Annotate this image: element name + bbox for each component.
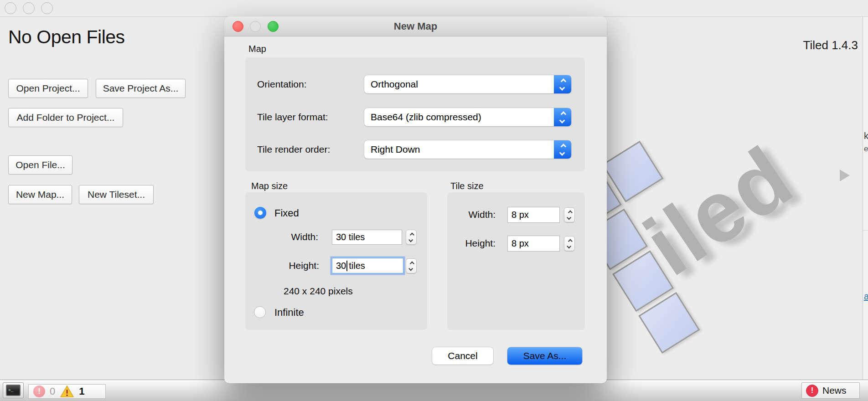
- chevron-up-down-icon[interactable]: [554, 75, 571, 93]
- map-height-input[interactable]: 30 tiles: [332, 258, 403, 273]
- warning-count: 1: [79, 386, 84, 397]
- save-project-as-button[interactable]: Save Project As...: [96, 79, 186, 98]
- window-minimize-button[interactable]: [23, 2, 35, 14]
- tile-render-order-value: Right Down: [364, 144, 554, 155]
- dialog-close-button[interactable]: [232, 21, 243, 32]
- new-tileset-button[interactable]: New Tileset...: [79, 185, 154, 204]
- map-height-unit: tiles: [349, 261, 365, 271]
- map-section-label: Map: [248, 44, 266, 54]
- console-button[interactable]: >_: [3, 382, 24, 398]
- map-size-section-label: Map size: [251, 181, 288, 191]
- add-folder-to-project-button[interactable]: Add Folder to Project...: [8, 108, 123, 127]
- tile-height-stepper[interactable]: [564, 236, 575, 251]
- tile-layer-format-value: Base64 (zlib compressed): [364, 112, 554, 123]
- tile-render-order-label: Tile render order:: [257, 140, 330, 159]
- fixed-radio[interactable]: [254, 207, 266, 219]
- map-pixel-size-text: 240 x 240 pixels: [284, 286, 353, 297]
- tile-layer-format-label: Tile layer format:: [257, 108, 328, 126]
- warning-icon: [60, 385, 74, 398]
- chevron-up-icon: [568, 239, 572, 243]
- chevron-down-icon: [408, 237, 413, 242]
- tiled-app-window: No Open Files Tiled 1.4.3 Open Project..…: [0, 0, 868, 401]
- panel-link-fragment[interactable]: a: [864, 291, 868, 302]
- tile-render-order-select[interactable]: Right Down: [364, 140, 571, 159]
- tile-width-label: Width:: [452, 209, 496, 220]
- chevron-down-icon: [567, 215, 571, 220]
- tile-height-label: Height:: [452, 238, 496, 249]
- text-cursor: [346, 261, 347, 271]
- panel-text-fragment: k: [864, 131, 868, 141]
- new-map-dialog: New Map Map Orientation: Orthogonal Tile…: [224, 16, 607, 383]
- save-as-button[interactable]: Save As...: [507, 347, 582, 365]
- dialog-zoom-button[interactable]: [268, 21, 279, 32]
- fixed-radio-label: Fixed: [274, 207, 299, 219]
- map-width-label: Width:: [268, 231, 318, 242]
- cancel-button[interactable]: Cancel: [432, 347, 493, 365]
- new-map-button[interactable]: New Map...: [8, 185, 72, 204]
- tile-layer-format-select[interactable]: Base64 (zlib compressed): [364, 108, 571, 126]
- tile-size-section-label: Tile size: [450, 181, 484, 191]
- panel-divider: [863, 230, 868, 231]
- watermark-arrow-fragment: [840, 170, 850, 181]
- dialog-titlebar[interactable]: New Map: [224, 16, 607, 36]
- map-height-label: Height:: [268, 260, 319, 271]
- tile-width-value: 8 px: [512, 210, 529, 220]
- infinite-radio[interactable]: [254, 306, 266, 318]
- main-window-titlebar: [0, 0, 868, 17]
- dialog-minimize-button[interactable]: [250, 21, 261, 32]
- chevron-down-icon: [408, 266, 413, 271]
- infinite-radio-label: Infinite: [274, 307, 304, 319]
- map-height-value: 30: [336, 261, 346, 271]
- error-count: 0: [50, 386, 55, 397]
- dialog-title: New Map: [224, 16, 607, 36]
- right-edge-panel: k e a: [863, 17, 868, 380]
- open-file-button[interactable]: Open File...: [8, 155, 72, 175]
- orientation-select[interactable]: Orthogonal: [364, 75, 571, 93]
- news-badge-icon: !: [806, 385, 818, 397]
- console-icon: >_: [6, 385, 21, 396]
- tile-height-input[interactable]: 8 px: [507, 236, 560, 252]
- page-title: No Open Files: [8, 26, 125, 48]
- chevron-up-icon: [568, 210, 572, 215]
- window-zoom-button[interactable]: [41, 2, 53, 14]
- orientation-value: Orthogonal: [364, 79, 554, 90]
- chevron-up-down-icon[interactable]: [554, 108, 571, 126]
- orientation-label: Orientation:: [257, 75, 307, 93]
- chevron-up-icon: [409, 232, 414, 237]
- panel-text-fragment: e: [864, 144, 868, 154]
- map-width-value: 30 tiles: [336, 232, 365, 242]
- issues-counter-panel[interactable]: ! 0 1: [28, 384, 106, 399]
- tile-width-input[interactable]: 8 px: [507, 207, 560, 223]
- map-height-stepper[interactable]: [406, 258, 417, 273]
- open-project-button[interactable]: Open Project...: [8, 79, 88, 98]
- map-width-input[interactable]: 30 tiles: [332, 230, 402, 245]
- chevron-up-icon: [409, 261, 414, 266]
- map-width-stepper[interactable]: [406, 230, 417, 245]
- news-button[interactable]: ! News: [801, 382, 860, 399]
- news-button-label: News: [822, 385, 847, 396]
- window-close-button[interactable]: [5, 2, 16, 14]
- chevron-up-down-icon[interactable]: [554, 140, 571, 159]
- tile-height-value: 8 px: [512, 238, 529, 249]
- chevron-down-icon: [567, 244, 571, 248]
- error-icon: !: [33, 386, 45, 397]
- tile-width-stepper[interactable]: [564, 207, 575, 222]
- version-label: Tiled 1.4.3: [803, 38, 858, 52]
